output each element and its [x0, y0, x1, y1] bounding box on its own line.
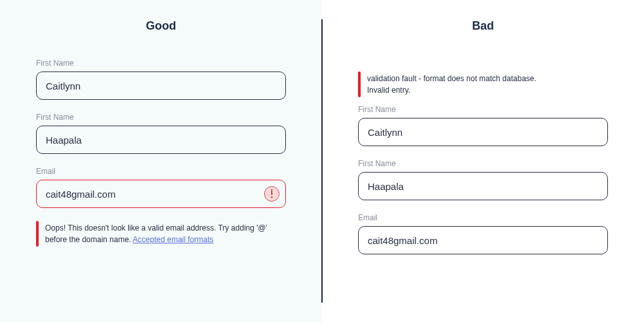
panel-divider	[321, 19, 323, 303]
alert-accent-bar	[36, 221, 39, 247]
first-name-input[interactable]	[36, 71, 286, 100]
svg-rect-0	[271, 189, 272, 195]
last-name-field: First Name	[36, 113, 286, 154]
first-name-input-wrap	[36, 71, 286, 100]
email-input[interactable]	[36, 180, 286, 208]
first-name-field: First Name	[358, 105, 608, 146]
alert-icon	[264, 186, 279, 202]
email-field: Email	[36, 167, 286, 208]
top-error-message: validation fault - format does not match…	[358, 71, 608, 97]
inline-error-message: Oops! This doesn't look like a valid ema…	[36, 221, 286, 247]
email-input[interactable]	[358, 226, 608, 254]
first-name-label: First Name	[358, 105, 608, 114]
last-name-input[interactable]	[358, 172, 608, 200]
bad-title: Bad	[358, 19, 608, 33]
good-example-panel: Good First Name First Name Email Oops! T…	[0, 0, 322, 322]
email-input-wrap	[36, 180, 286, 208]
last-name-input[interactable]	[36, 126, 286, 154]
first-name-label: First Name	[36, 59, 286, 68]
alert-text-line-2: Invalid entry.	[367, 86, 410, 95]
good-title: Good	[36, 19, 286, 33]
last-name-label: First Name	[36, 113, 286, 122]
first-name-input[interactable]	[358, 118, 608, 146]
alert-body: Oops! This doesn't look like a valid ema…	[45, 221, 286, 247]
accepted-formats-link[interactable]: Accepted email formats	[133, 235, 213, 244]
alert-text-line-1: validation fault - format does not match…	[367, 74, 536, 83]
first-name-field: First Name	[36, 59, 286, 100]
bad-form: validation fault - format does not match…	[358, 71, 608, 254]
last-name-input-wrap	[358, 172, 608, 200]
first-name-input-wrap	[358, 118, 608, 146]
last-name-field: First Name	[358, 159, 608, 200]
alert-body: validation fault - format does not match…	[367, 71, 536, 97]
bad-example-panel: Bad validation fault - format does not m…	[322, 0, 644, 322]
svg-point-1	[271, 196, 273, 198]
email-label: Email	[36, 167, 286, 176]
last-name-label: First Name	[358, 159, 608, 168]
alert-accent-bar	[358, 71, 361, 97]
email-label: Email	[358, 213, 608, 222]
email-field: Email	[358, 213, 608, 254]
last-name-input-wrap	[36, 126, 286, 154]
email-input-wrap	[358, 226, 608, 254]
